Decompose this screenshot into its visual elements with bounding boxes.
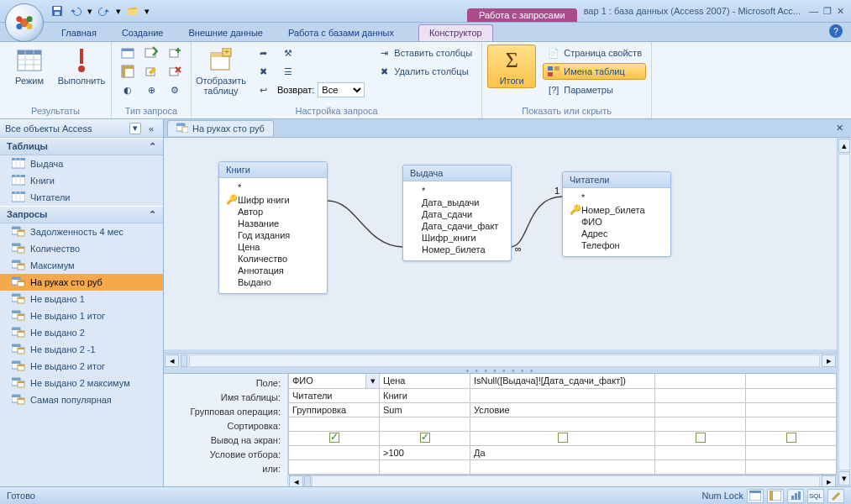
field-item[interactable]: Цена — [226, 241, 320, 253]
parameters-button[interactable]: [?]Параметры — [543, 81, 646, 98]
show-table-button[interactable]: + Отобразить таблицу — [197, 45, 245, 98]
nav-query-item[interactable]: Задолженность 4 мес — [0, 223, 163, 240]
grid-cell[interactable] — [746, 459, 837, 474]
grid-cell[interactable] — [470, 431, 655, 445]
grid-hscroll[interactable]: ◂▸ — [288, 475, 837, 487]
totals-button[interactable]: Σ Итоги — [487, 45, 536, 88]
datadef-query-icon[interactable]: ⚙ — [164, 81, 186, 98]
tab-home[interactable]: Главная — [50, 24, 108, 41]
return-select[interactable]: Все — [318, 82, 365, 97]
undo-menu-icon[interactable]: ▾ — [86, 3, 94, 19]
nav-table-item[interactable]: Книги — [0, 172, 163, 189]
help-icon[interactable]: ? — [829, 24, 843, 38]
union-query-icon[interactable]: ◐ — [117, 81, 139, 98]
show-checkbox[interactable] — [786, 433, 796, 443]
restore-icon[interactable]: ❐ — [823, 6, 832, 17]
grid-cell[interactable] — [655, 374, 746, 388]
redo-menu-icon[interactable]: ▾ — [114, 3, 123, 19]
scroll-right-icon[interactable]: ▸ — [822, 354, 836, 367]
grid-cell[interactable]: Цена — [380, 374, 470, 388]
field-item[interactable]: Адрес — [570, 228, 664, 239]
open-folder-icon[interactable] — [124, 3, 141, 19]
property-sheet-button[interactable]: 📄Страница свойств — [543, 45, 646, 61]
grid-cell[interactable]: Читатели — [289, 388, 380, 402]
view-sql-icon[interactable]: SQL — [807, 489, 824, 503]
grid-cell[interactable] — [746, 402, 837, 417]
field-item[interactable]: Название — [226, 218, 320, 229]
nav-query-item[interactable]: Не выдано 2 — [0, 324, 163, 341]
view-pivotchart-icon[interactable] — [787, 489, 804, 503]
table-box-header[interactable]: Книги — [219, 162, 327, 178]
grid-cell[interactable] — [470, 459, 655, 474]
table-box-readers[interactable]: Читатели*🔑Номер_билетаФИОАдресТелефон — [562, 171, 671, 257]
document-close-icon[interactable]: ✕ — [833, 122, 846, 135]
nav-group-queries[interactable]: Запросы⌃ — [0, 206, 163, 223]
view-design-icon[interactable] — [827, 489, 844, 503]
delete-columns-button[interactable]: ✖Удалить столбцы — [373, 63, 476, 80]
insert-rows-icon[interactable]: ➦ — [252, 45, 274, 61]
append-query-icon[interactable] — [164, 45, 186, 61]
select-query-icon[interactable] — [117, 45, 139, 61]
unknown-icon[interactable]: ☰ — [277, 63, 299, 80]
nav-query-item[interactable]: Не выдано 2 максимум — [0, 375, 163, 391]
grid-cell[interactable] — [655, 388, 746, 402]
field-item[interactable]: ФИО — [570, 216, 664, 228]
grid-cell[interactable]: Книги — [380, 388, 470, 402]
builder-icon[interactable]: ⚒ — [277, 45, 299, 61]
grid-cell[interactable] — [746, 417, 837, 431]
field-item[interactable]: Телефон — [570, 239, 664, 251]
minimize-icon[interactable]: — — [809, 6, 818, 17]
update-query-icon[interactable] — [140, 63, 162, 80]
field-item[interactable]: * — [226, 181, 320, 193]
field-item[interactable]: 🔑Шифр книги — [226, 193, 320, 206]
redo-icon[interactable] — [96, 3, 113, 19]
grid-cell[interactable] — [746, 388, 837, 402]
dropdown-icon[interactable]: ▾ — [365, 374, 379, 388]
table-box-header[interactable]: Читатели — [563, 172, 670, 188]
grid-cell[interactable] — [746, 374, 837, 388]
field-item[interactable]: Дата_сдачи_факт — [410, 220, 504, 232]
table-box-header[interactable]: Выдача — [403, 165, 511, 181]
maketable-query-icon[interactable] — [140, 45, 162, 61]
nav-query-item[interactable]: Количество — [0, 240, 163, 257]
field-item[interactable]: 🔑Номер_билета — [570, 203, 664, 216]
nav-collapse-icon[interactable]: « — [144, 122, 158, 135]
grid-cell[interactable]: Группировка — [289, 402, 380, 417]
nav-query-item[interactable]: На руках сто руб — [0, 274, 163, 291]
field-item[interactable]: Аннотация — [226, 265, 320, 276]
nav-query-item[interactable]: Не выдано 1 — [0, 291, 163, 307]
field-item[interactable]: Дата_выдачи — [410, 197, 504, 208]
delete-rows-icon[interactable]: ✖ — [252, 63, 274, 80]
document-tab[interactable]: На руках сто руб — [167, 120, 274, 136]
grid-cell[interactable] — [289, 459, 380, 474]
grid-cell[interactable]: >100 — [380, 445, 470, 459]
save-icon[interactable] — [49, 3, 66, 19]
field-item[interactable]: * — [410, 185, 504, 197]
grid-cell[interactable] — [655, 459, 746, 474]
grid-cell[interactable]: Sum — [380, 402, 470, 417]
grid-cell[interactable] — [289, 417, 380, 431]
field-item[interactable]: Дата_сдачи — [410, 208, 504, 220]
office-button[interactable] — [5, 3, 44, 42]
grid-cell[interactable] — [470, 388, 655, 402]
grid-cell[interactable]: Условие — [470, 402, 655, 417]
nav-query-item[interactable]: Не выдано 1 итог — [0, 307, 163, 324]
grid-cell[interactable]: IsNull([Выдача]![Дата_сдачи_факт]) — [470, 374, 655, 388]
splitter[interactable]: • • • • • • • • — [164, 367, 837, 373]
nav-table-item[interactable]: Выдача — [0, 155, 163, 172]
view-datasheet-icon[interactable] — [747, 489, 764, 503]
nav-filter-icon[interactable]: ▾ — [129, 123, 141, 134]
view-pivot-icon[interactable] — [767, 489, 784, 503]
show-checkbox[interactable] — [329, 433, 339, 443]
grid-cell[interactable] — [289, 445, 380, 459]
grid-cell[interactable]: Да — [470, 445, 655, 459]
field-item[interactable]: Шифр_книги — [410, 232, 504, 244]
delete-query-icon[interactable] — [164, 63, 186, 80]
tab-external[interactable]: Внешние данные — [178, 24, 274, 41]
grid-cell[interactable] — [655, 402, 746, 417]
nav-header[interactable]: Все объекты Access ▾ « — [0, 119, 163, 138]
table-box-issue[interactable]: Выдача*Дата_выдачиДата_сдачиДата_сдачи_ф… — [402, 165, 512, 261]
grid-cell[interactable] — [746, 445, 837, 459]
grid-cell[interactable] — [470, 417, 655, 431]
nav-query-item[interactable]: Максимум — [0, 257, 163, 274]
